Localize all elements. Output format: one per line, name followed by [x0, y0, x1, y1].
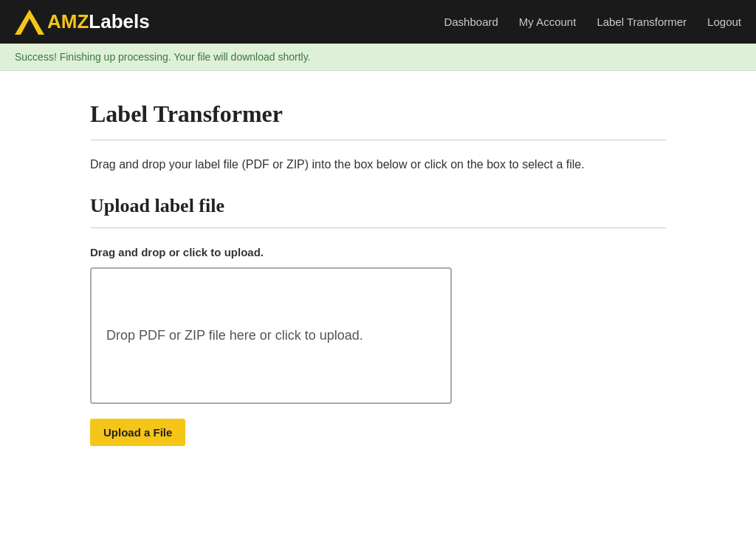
drop-zone[interactable]: Drop PDF or ZIP file here or click to up…	[90, 267, 452, 404]
page-title: Label Transformer	[90, 100, 666, 128]
page-divider	[90, 140, 666, 140]
success-message: Success! Finishing up processing. Your f…	[15, 51, 311, 63]
nav-links: Dashboard My Account Label Transformer L…	[444, 16, 741, 28]
logo-icon	[15, 10, 44, 35]
nav-my-account[interactable]: My Account	[519, 16, 577, 28]
page-description: Drag and drop your label file (PDF or ZI…	[90, 155, 666, 174]
logo: AMZLabels	[15, 10, 150, 35]
section-divider	[90, 227, 666, 228]
nav-label-transformer[interactable]: Label Transformer	[597, 16, 687, 28]
section-title: Upload label file	[90, 195, 666, 217]
upload-label: Drag and drop or click to upload.	[90, 246, 666, 258]
drop-zone-text: Drop PDF or ZIP file here or click to up…	[106, 328, 363, 343]
navbar: AMZLabels Dashboard My Account Label Tra…	[0, 0, 756, 44]
logo-labels: Labels	[89, 10, 149, 32]
logo-amz: AMZ	[47, 10, 89, 32]
main-content: Label Transformer Drag and drop your lab…	[46, 71, 710, 476]
logo-text: AMZLabels	[47, 10, 150, 33]
nav-dashboard[interactable]: Dashboard	[444, 16, 498, 28]
nav-logout[interactable]: Logout	[707, 16, 741, 28]
upload-button[interactable]: Upload a File	[90, 419, 185, 446]
success-banner: Success! Finishing up processing. Your f…	[0, 44, 756, 71]
